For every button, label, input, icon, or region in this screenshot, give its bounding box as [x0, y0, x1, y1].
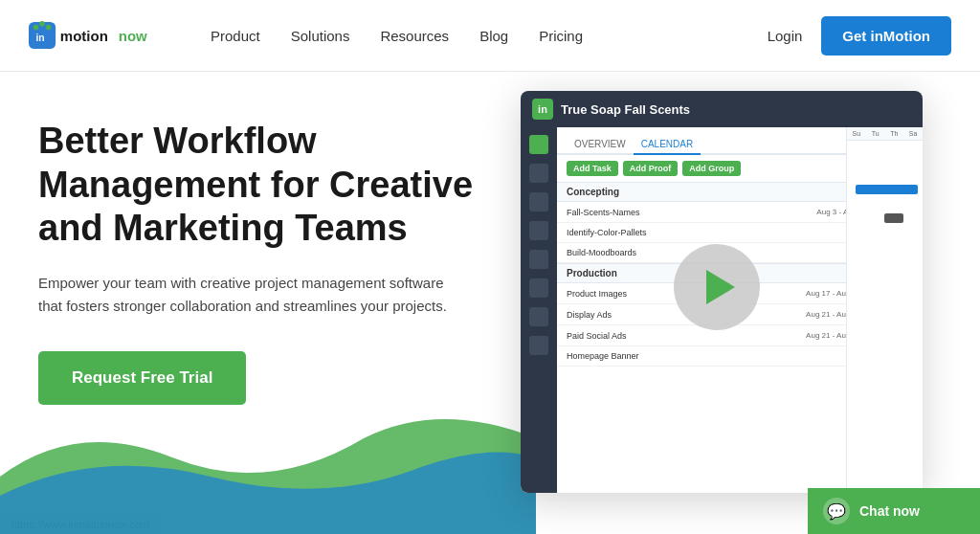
hero-heading: Better Workflow Management for Creative …: [38, 120, 479, 251]
sidebar-nav-icon-4[interactable]: [529, 250, 548, 269]
nav-blog[interactable]: Blog: [479, 28, 508, 44]
get-inmotion-button[interactable]: Get inMotion: [821, 16, 951, 56]
calendar-strip: Su Tu Th Sa: [846, 127, 923, 493]
project-title: True Soap Fall Scents: [561, 102, 690, 117]
chat-icon: 💬: [823, 498, 850, 524]
svg-text:motion: motion: [60, 28, 108, 44]
calendar-header: Su Tu Th Sa: [847, 127, 923, 141]
tab-overview[interactable]: OVERVIEW: [567, 135, 634, 153]
nav-pricing[interactable]: Pricing: [539, 28, 583, 44]
svg-text:in: in: [36, 33, 45, 43]
sidebar-nav-icon-1[interactable]: [529, 164, 548, 183]
sidebar-nav-icon-7[interactable]: [529, 336, 548, 355]
app-window-header: in True Soap Fall Scents: [521, 91, 923, 127]
sidebar-nav-icon-3[interactable]: [529, 221, 548, 240]
svg-point-2: [39, 21, 45, 27]
header-actions: Login Get inMotion: [768, 16, 951, 56]
add-proof-button[interactable]: Add Proof: [623, 161, 679, 176]
svg-point-1: [33, 25, 39, 31]
play-button[interactable]: [674, 244, 760, 330]
add-task-button[interactable]: Add Task: [567, 161, 618, 176]
svg-point-3: [46, 25, 52, 31]
sidebar-nav-icon-5[interactable]: [529, 278, 548, 298]
hero-section: Better Workflow Management for Creative …: [0, 72, 517, 534]
sidebar-nav-icon-2[interactable]: [529, 192, 548, 211]
request-trial-button[interactable]: Request Free Trial: [38, 351, 246, 405]
play-circle: [674, 244, 760, 330]
login-link[interactable]: Login: [768, 28, 803, 44]
nav-resources[interactable]: Resources: [380, 28, 449, 44]
app-logo-icon: in: [532, 99, 553, 120]
chat-label: Chat now: [859, 503, 920, 519]
nav-product[interactable]: Product: [211, 28, 260, 44]
svg-text:now: now: [119, 28, 147, 44]
app-sidebar: [521, 127, 557, 493]
nav-solutions[interactable]: Solutions: [291, 28, 350, 44]
logo[interactable]: in motion now: [29, 16, 172, 55]
sidebar-search-icon[interactable]: [529, 135, 548, 154]
add-group-button[interactable]: Add Group: [682, 161, 741, 176]
main-nav: Product Solutions Resources Blog Pricing: [211, 28, 768, 44]
cal-bar-1: [856, 185, 918, 194]
cal-bar-2: [884, 213, 903, 223]
tab-calendar[interactable]: CALENDAR: [634, 135, 701, 155]
sidebar-nav-icon-6[interactable]: [529, 307, 548, 326]
hero-subtext: Empower your team with creative project …: [38, 272, 450, 318]
app-preview: in True Soap Fall Scents: [501, 91, 980, 531]
main-content: Better Workflow Management for Creative …: [0, 72, 980, 534]
play-icon: [706, 270, 735, 304]
site-header: in motion now Product Solutions Resource…: [0, 0, 980, 72]
chat-now-widget[interactable]: 💬 Chat now: [808, 488, 980, 534]
